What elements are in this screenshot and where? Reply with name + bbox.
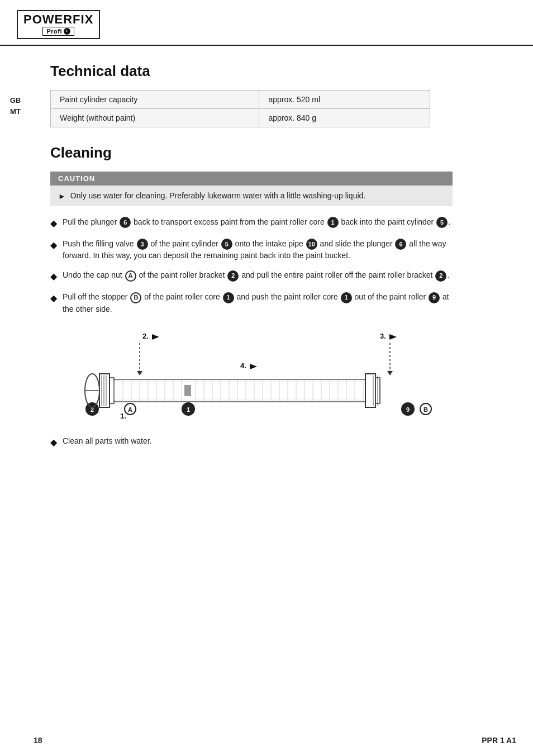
caution-content: ► Only use water for cleaning. Preferabl… xyxy=(50,186,453,206)
svg-rect-20 xyxy=(114,381,365,400)
header: POWERFIX Profi + xyxy=(0,0,533,46)
diamond-icon: ◆ xyxy=(50,239,57,252)
page: POWERFIX Profi + GB MT Technical data Pa… xyxy=(0,0,533,756)
cleaning-title: Cleaning xyxy=(50,144,511,161)
list-item: ◆ Push the filling valve 3 of the paint … xyxy=(50,238,453,261)
diamond-icon: ◆ xyxy=(50,436,57,449)
svg-rect-13 xyxy=(99,374,110,407)
svg-marker-66 xyxy=(387,371,393,375)
step-text-2: Push the filling valve 3 of the paint cy… xyxy=(63,238,453,261)
caution-box: CAUTION ► Only use water for cleaning. P… xyxy=(50,172,453,206)
svg-text:2.: 2. xyxy=(142,332,149,340)
badge-6: 6 xyxy=(120,217,131,228)
list-item: ◆ Undo the cap nut A of the paint roller… xyxy=(50,269,453,283)
svg-text:1.: 1. xyxy=(120,412,126,420)
svg-marker-1 xyxy=(152,334,159,340)
sidebar-label-gb: GB xyxy=(10,95,21,106)
badge-6b: 6 xyxy=(395,239,406,250)
cleaning-last-step: ◆ Clean all parts with water. xyxy=(50,435,453,449)
badge-B: B xyxy=(130,292,141,303)
table-cell-label-0: Paint cylinder capacity xyxy=(51,91,259,109)
svg-text:B: B xyxy=(423,406,428,413)
step-text-1: Pull the plunger 6 back to transport exc… xyxy=(63,216,450,228)
sidebar: GB MT xyxy=(0,50,31,117)
svg-rect-19 xyxy=(114,379,365,402)
footer: 18 PPR 1 A1 xyxy=(0,736,533,745)
diamond-icon: ◆ xyxy=(50,217,57,230)
step-text-3: Undo the cap nut A of the paint roller b… xyxy=(63,269,449,281)
cleaning-section: Cleaning CAUTION ► Only use water for cl… xyxy=(50,144,511,449)
badge-A: A xyxy=(125,270,136,282)
technical-data-table: Paint cylinder capacity approx. 520 ml W… xyxy=(50,90,430,127)
svg-rect-22 xyxy=(365,374,375,407)
step-text-5: Clean all parts with water. xyxy=(63,435,152,447)
caution-text-item: ► Only use water for cleaning. Preferabl… xyxy=(58,191,445,201)
table-cell-value-0: approx. 520 ml xyxy=(259,91,430,109)
table-row: Paint cylinder capacity approx. 520 ml xyxy=(51,91,430,109)
badge-2b: 2 xyxy=(435,270,446,282)
technical-data-title: Technical data xyxy=(50,63,511,80)
diamond-icon: ◆ xyxy=(50,270,57,283)
step-text-4: Pull off the stopper B of the paint roll… xyxy=(63,291,453,315)
table-cell-label-1: Weight (without paint) xyxy=(51,109,259,127)
page-number: 18 xyxy=(34,736,42,745)
badge-5b: 5 xyxy=(221,239,232,250)
svg-marker-64 xyxy=(137,371,142,375)
badge-9: 9 xyxy=(429,292,440,303)
badge-1: 1 xyxy=(327,217,339,228)
svg-marker-3 xyxy=(389,334,397,340)
badge-10: 10 xyxy=(306,239,317,250)
badge-2: 2 xyxy=(227,270,239,282)
svg-text:4.: 4. xyxy=(240,362,246,370)
profi-circle-icon: + xyxy=(64,28,70,35)
diagram-svg: 2. 3. 4. 2 1. A xyxy=(50,326,453,424)
caution-header: CAUTION xyxy=(50,172,453,186)
list-item: ◆ Pull the plunger 6 back to transport e… xyxy=(50,216,453,230)
badge-3: 3 xyxy=(137,239,148,250)
cleaning-steps: ◆ Pull the plunger 6 back to transport e… xyxy=(50,216,453,315)
brand-name: POWERFIX xyxy=(23,13,93,26)
svg-text:A: A xyxy=(128,406,132,413)
diagram-area: 2. 3. 4. 2 1. A xyxy=(50,326,453,424)
caution-text: Only use water for cleaning. Preferably … xyxy=(70,191,365,200)
table-cell-value-1: approx. 840 g xyxy=(259,109,430,127)
svg-text:1: 1 xyxy=(187,406,190,413)
badge-1b: 1 xyxy=(223,292,234,303)
arrow-icon: ► xyxy=(58,192,66,201)
svg-marker-5 xyxy=(250,364,257,369)
sidebar-label-mt: MT xyxy=(10,106,21,117)
model-number: PPR 1 A1 xyxy=(482,736,516,745)
svg-text:3.: 3. xyxy=(380,332,386,340)
svg-rect-14 xyxy=(110,378,114,403)
svg-rect-21 xyxy=(184,385,191,396)
badge-1c: 1 xyxy=(341,292,352,303)
list-item: ◆ Clean all parts with water. xyxy=(50,435,453,449)
list-item: ◆ Pull off the stopper B of the paint ro… xyxy=(50,291,453,315)
main-content: Technical data Paint cylinder capacity a… xyxy=(34,46,533,475)
diamond-icon: ◆ xyxy=(50,292,57,305)
brand-profi: Profi + xyxy=(42,27,74,36)
table-row: Weight (without paint) approx. 840 g xyxy=(51,109,430,127)
svg-text:9: 9 xyxy=(406,406,410,413)
badge-5: 5 xyxy=(436,217,448,228)
logo: POWERFIX Profi + xyxy=(17,10,100,39)
